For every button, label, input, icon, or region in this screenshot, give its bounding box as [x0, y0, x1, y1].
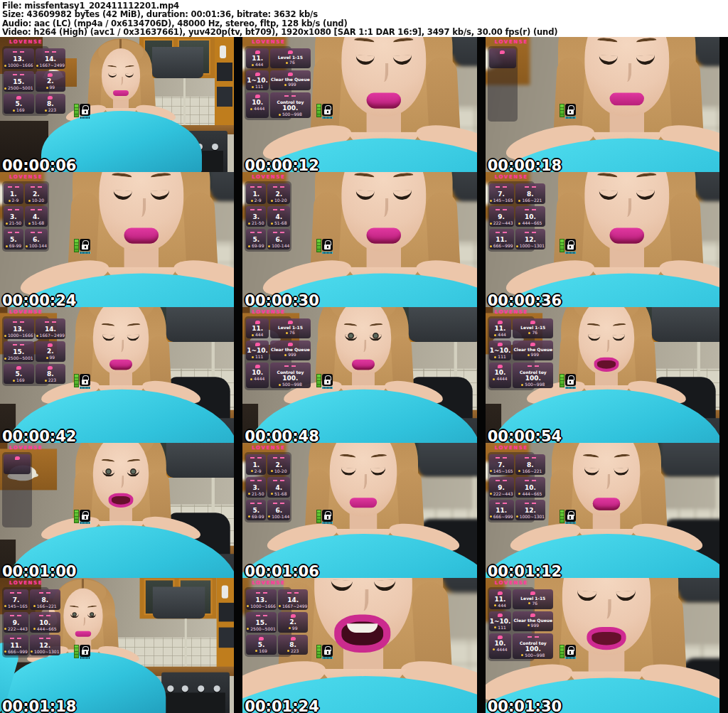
- tile-token-range: 2500~5001: [247, 627, 276, 631]
- lovense-watermark: LOVENSE: [9, 445, 43, 451]
- shelf-cubby: [219, 627, 235, 648]
- token-dot-icon: [6, 223, 8, 225]
- toy-status-badge: [74, 104, 90, 117]
- video-frame-thumbnail: LOVENSE 13.1000~166614.1667~249915.2500~…: [0, 37, 242, 172]
- tile-token-range: 500~998: [279, 382, 302, 387]
- tile-token-range: 99: [46, 85, 55, 90]
- keyhole: [85, 246, 86, 249]
- token-dot-icon: [255, 650, 257, 652]
- dashes-icon: [256, 615, 267, 618]
- video-frame-thumbnail: LOVENSE 1.2-92.10-203.21-504.51-685.69-9…: [242, 172, 485, 307]
- dashes-icon: [496, 457, 507, 461]
- menu-tile: 11.444: [489, 318, 512, 338]
- dashes-icon: [10, 615, 21, 618]
- tile-header: Control toy: [277, 370, 304, 375]
- lock-icon: [80, 104, 90, 116]
- token-dot-icon: [490, 200, 492, 202]
- tile-number: 5.: [10, 236, 17, 243]
- video-contact-sheet: File: missfentasy1_202411112201.mp4 Size…: [0, 0, 728, 713]
- token-dot-icon: [286, 62, 288, 64]
- tile-token-range: 21-50: [248, 492, 264, 496]
- dashes-icon: [273, 457, 284, 461]
- lovense-micro-label: [565, 252, 576, 254]
- lovense-watermark: LOVENSE: [9, 39, 43, 45]
- toy-status-badge: [316, 645, 333, 658]
- toy-status-badge: [316, 239, 333, 252]
- tile-number: 3.: [252, 484, 259, 491]
- dashes-icon: [273, 186, 284, 190]
- keyhole: [85, 651, 86, 654]
- token-dot-icon: [521, 654, 523, 656]
- dashes-icon: [525, 186, 536, 190]
- dashes-icon: [13, 51, 24, 55]
- lovense-watermark: LOVENSE: [495, 39, 528, 45]
- tile-token-range: 500~998: [521, 382, 545, 387]
- tile-number: 2.: [33, 191, 40, 198]
- tile-number: 11.: [10, 642, 21, 649]
- tile-number: 10.: [495, 369, 506, 376]
- tile-number: 8.: [289, 641, 296, 648]
- tile-number: 11.: [252, 55, 263, 62]
- toy-status-badge: [74, 374, 90, 387]
- dashes-icon: [273, 209, 284, 213]
- dashes-icon: [496, 503, 507, 506]
- dashes-icon: [496, 480, 507, 483]
- dashes-icon: [284, 95, 296, 99]
- menu-tile: 4.51-68: [267, 206, 290, 227]
- menu-tile: Level 1-1576: [513, 589, 553, 609]
- iris: [130, 468, 136, 475]
- token-dot-icon: [248, 515, 250, 518]
- circle-icon: [255, 95, 260, 98]
- menu-tile: 2.10-20: [25, 183, 48, 204]
- pencil-icon: [288, 73, 293, 76]
- lock-badge: [80, 510, 90, 522]
- battery-icon: [560, 645, 564, 658]
- tile-token-range: 4444: [493, 648, 507, 652]
- menu-tile: 8.223: [278, 635, 309, 655]
- lips: [352, 360, 375, 370]
- toy-icon: [48, 366, 53, 370]
- dashes-icon: [31, 232, 42, 235]
- frame-black-edge: [477, 307, 486, 442]
- dashes-icon: [8, 209, 19, 213]
- shuffle-icon: [530, 321, 535, 324]
- menu-tile: 2.99: [36, 341, 66, 362]
- token-dot-icon: [250, 108, 252, 110]
- frame-black-edge: [234, 172, 242, 307]
- lips: [334, 614, 390, 653]
- token-dot-icon: [271, 493, 273, 495]
- menu-tile: 1.2-9: [246, 183, 266, 204]
- tile-number: 3.: [10, 213, 17, 220]
- tile-token-range: 444~665: [518, 221, 542, 225]
- lock-icon: [565, 645, 576, 657]
- dashes-icon: [496, 186, 507, 190]
- token-dot-icon: [4, 65, 6, 67]
- lock-badge: [80, 104, 90, 116]
- tile-token-range: 223: [45, 108, 56, 112]
- tile-number: 11.: [496, 236, 507, 243]
- menu-tile: Clear the Queue999: [513, 341, 553, 360]
- frame-black-edge: [719, 443, 728, 578]
- menu-tile: 5.69-99: [246, 229, 266, 250]
- tile-number: 5.: [252, 507, 259, 514]
- circle-icon: [255, 365, 260, 368]
- timestamp-label: 00:00:42: [2, 428, 76, 443]
- menu-tile: 12.1000~1301: [30, 635, 60, 655]
- tile-number: 10.: [252, 369, 263, 376]
- tile-token-range: 21-50: [6, 221, 21, 225]
- menu-tile: 11.444: [489, 589, 512, 609]
- tile-number: 14.: [45, 55, 56, 63]
- token-dot-icon: [528, 602, 530, 604]
- menu-tile: 6.100-144: [25, 229, 48, 250]
- menu-tile: 12.1000~1301: [515, 500, 546, 520]
- lips: [367, 93, 401, 109]
- lovense-watermark: LOVENSE: [9, 174, 43, 180]
- toy-status-badge: [560, 239, 576, 252]
- token-dot-icon: [516, 245, 518, 247]
- pencil-icon: [530, 343, 535, 346]
- timestamp-label: 00:01:06: [245, 563, 318, 578]
- battery-icon: [560, 374, 564, 387]
- timestamp-label: 00:01:12: [488, 563, 562, 578]
- token-dot-icon: [494, 604, 496, 606]
- toy-icon: [48, 343, 53, 347]
